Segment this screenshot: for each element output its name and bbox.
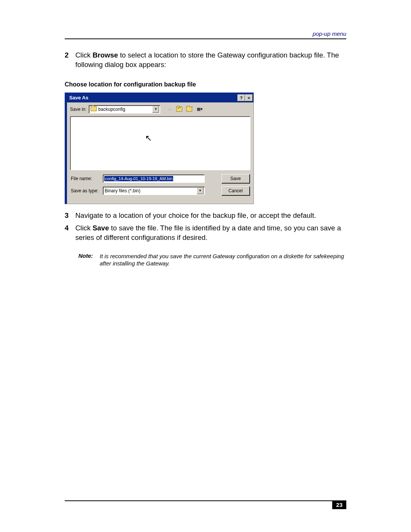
top-rule	[65, 38, 346, 39]
save-type-label: Save as type:	[71, 188, 100, 193]
save-type-combo[interactable]: Binary files (*.bin) ▼	[103, 187, 205, 195]
note-block: Note: It is recommended that you save th…	[78, 252, 346, 267]
folder-icon	[91, 106, 97, 111]
cursor-icon: ↖	[145, 133, 152, 143]
file-name-input[interactable]: config_14-Aug-01_10-19-19_AM.bin	[103, 174, 205, 183]
new-folder-icon[interactable]: ✶	[185, 105, 194, 114]
step-bold: Save	[92, 224, 109, 232]
back-icon[interactable]: ←	[166, 105, 175, 114]
save-in-value: backupconfig	[91, 106, 125, 112]
file-name-row: File name: config_14-Aug-01_10-19-19_AM.…	[71, 174, 250, 183]
step-2: 2 Click Browse to select a location to s…	[65, 51, 346, 70]
up-folder-icon[interactable]: ↶	[175, 105, 185, 114]
view-menu-icon[interactable]: ▦▾	[195, 105, 204, 114]
bottom-rule	[65, 500, 346, 501]
dropdown-button[interactable]: ▼	[152, 106, 159, 113]
cancel-button[interactable]: Cancel	[221, 186, 250, 195]
dropdown-button[interactable]: ▼	[197, 187, 204, 194]
page-footer: 23	[65, 500, 346, 509]
step-text-before: Click	[75, 51, 92, 59]
section-header: pop-up menu	[65, 30, 346, 37]
page-number: 23	[332, 500, 346, 509]
file-name-value: config_14-Aug-01_10-19-19_AM.bin	[104, 176, 173, 181]
step-number: 2	[65, 51, 75, 70]
figure-caption: Choose location for configuration backup…	[65, 81, 346, 88]
step-number: 4	[65, 224, 75, 243]
help-button[interactable]: ?	[237, 94, 245, 101]
toolbar-icons: ← ↶ ✶ ▦▾	[166, 105, 204, 114]
titlebar-buttons: ? ×	[237, 94, 253, 101]
note-label: Note:	[78, 252, 100, 267]
step-body: Click Save to save the file. The file is…	[75, 224, 346, 243]
step-3: 3 Navigate to a location of your choice …	[65, 211, 346, 220]
step-text-before: Click	[75, 224, 92, 232]
dialog-toolbar: Save in: backupconfig ▼ ← ↶ ✶ ▦▾	[67, 102, 253, 116]
file-name-label: File name:	[71, 176, 100, 181]
step-body: Click Browse to select a location to sto…	[75, 51, 346, 70]
save-type-row: Save as type: Binary files (*.bin) ▼ Can…	[71, 186, 250, 195]
folder-up-icon: ↶	[176, 107, 182, 112]
file-list-area[interactable]: ↖	[70, 116, 250, 170]
step-bold: Browse	[92, 51, 118, 59]
step-number: 3	[65, 211, 75, 220]
dialog-titlebar: Save As ? ×	[67, 93, 253, 102]
step-text-after: to save the file. The file is identified…	[75, 224, 341, 241]
step-body: Navigate to a location of your choice fo…	[75, 211, 346, 220]
save-as-dialog: Save As ? × Save in: backupconfig ▼ ← ↶	[65, 93, 254, 204]
folder-new-icon: ✶	[186, 107, 192, 112]
step-4: 4 Click Save to save the file. The file …	[65, 224, 346, 243]
close-button[interactable]: ×	[245, 94, 253, 101]
dialog-title-text: Save As	[69, 95, 88, 101]
save-button[interactable]: Save	[221, 174, 250, 183]
dialog-bottom-fields: File name: config_14-Aug-01_10-19-19_AM.…	[67, 170, 253, 204]
save-in-combo[interactable]: backupconfig ▼	[89, 105, 160, 113]
note-body: It is recommended that you save the curr…	[100, 252, 346, 267]
save-type-value: Binary files (*.bin)	[105, 188, 140, 193]
save-in-label: Save in:	[70, 107, 86, 112]
